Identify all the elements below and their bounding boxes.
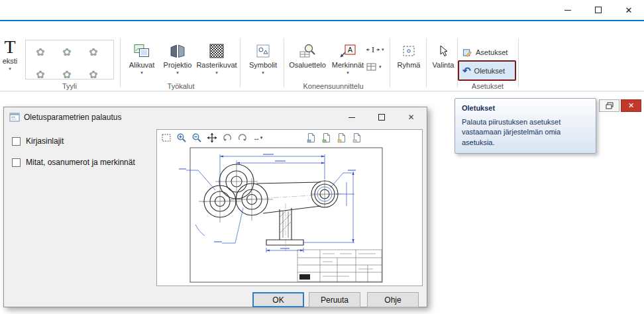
- chevron-down-icon: ▾: [330, 70, 366, 76]
- ok-button[interactable]: OK: [252, 292, 304, 307]
- valinta-label: Valinta: [429, 61, 457, 70]
- asetukset-button[interactable]: Asetukset: [460, 45, 515, 60]
- pan-icon: [207, 132, 217, 143]
- rasterikuvat-label: Rasterikuvat: [196, 61, 237, 70]
- merkinnat-label: Merkinnät: [330, 61, 366, 70]
- page-icon: [337, 132, 347, 143]
- style-swatch[interactable]: ✿: [60, 68, 74, 79]
- document-window-controls: ✕: [599, 99, 641, 112]
- page-tool-3-button[interactable]: [336, 132, 348, 144]
- dialog-caption-buttons: ✕: [337, 108, 426, 127]
- tooltip-body: Palauta piirustuksen asetukset vastaamaa…: [462, 117, 581, 148]
- annotation-icon: A: [330, 41, 366, 61]
- page-icon: [321, 132, 332, 143]
- close-icon: ✕: [628, 101, 634, 110]
- chevron-down-icon: ▾: [245, 70, 281, 76]
- page-tool-4-button[interactable]: [351, 132, 363, 144]
- group-separator: [426, 38, 427, 87]
- group-label-asetukset: Asetukset: [457, 82, 518, 90]
- chevron-down-icon: ▾: [382, 47, 384, 52]
- previous-view-button[interactable]: [221, 132, 233, 144]
- page-tool-2-button[interactable]: [321, 132, 333, 144]
- document-restore-button[interactable]: [599, 99, 619, 112]
- merkinnat-button[interactable]: A Merkinnät ▾: [330, 41, 366, 76]
- zoom-in-button[interactable]: [176, 132, 188, 144]
- tooltip-title: Oletukset: [462, 104, 589, 112]
- style-swatch[interactable]: ✿: [60, 46, 74, 58]
- style-gallery[interactable]: ✿ ✿ ✿ ✿ ✿ ✿: [25, 40, 114, 79]
- chevron-down-icon: ▾: [0, 66, 20, 72]
- projektio-button[interactable]: Projektio ▾: [160, 41, 195, 76]
- rotate-left-icon: [222, 132, 233, 143]
- page-tool-1-button[interactable]: [305, 132, 317, 144]
- symbolit-button[interactable]: Symbolit ▾: [245, 41, 281, 76]
- group-separator: [390, 38, 390, 87]
- cancel-button[interactable]: Peruuta: [309, 292, 360, 307]
- annotation-letter: A: [348, 46, 353, 54]
- projection-icon: [160, 41, 195, 61]
- checkbox-kirjasinlajit[interactable]: Kirjasinlajit: [12, 136, 64, 146]
- marquee-select-button[interactable]: [160, 132, 172, 144]
- ribbon: T eksti ▾ ✿ ✿ ✿ ✿ ✿ ✿ Alikuvat ▾: [0, 21, 644, 91]
- maximize-button[interactable]: [583, 0, 614, 20]
- dialog-titlebar[interactable]: Oletusparametrien palautus ✕: [4, 107, 427, 127]
- next-view-button[interactable]: [237, 132, 248, 144]
- dialog-maximize-button[interactable]: [366, 108, 396, 127]
- window-titlebar[interactable]: ✕: [0, 0, 644, 20]
- rasterikuvat-button[interactable]: Rasterikuvat ▾: [196, 41, 237, 76]
- text-spacing-button[interactable]: I ▾: [366, 45, 384, 54]
- osaluettelo-label: Osaluettelo: [288, 61, 327, 70]
- style-swatch[interactable]: ✿: [34, 68, 47, 79]
- close-button[interactable]: ✕: [614, 0, 644, 20]
- valinta-button[interactable]: Valinta: [429, 41, 457, 70]
- checkbox-mitat[interactable]: Mitat, osanumerot ja merkinnät: [12, 158, 135, 167]
- maximize-icon: [595, 7, 602, 13]
- group-separator: [120, 38, 121, 87]
- chevron-down-icon: ▾: [196, 70, 237, 76]
- dialog-close-button[interactable]: ✕: [396, 108, 426, 127]
- checkbox-box[interactable]: [12, 158, 21, 167]
- group-label-tyyli: Tyyli: [25, 82, 114, 90]
- dialog-title: Oletusparametrien palautus: [24, 113, 121, 122]
- style-swatch[interactable]: ✿: [87, 68, 100, 79]
- arrow-left-right-icon: ↔: [253, 134, 260, 142]
- app-window: ✕ ? T eksti ▾ ✿ ✿ ✿ ✿ ✿ ✿: [0, 0, 644, 314]
- teksti-label: eksti: [0, 57, 20, 66]
- zoom-out-button[interactable]: [191, 132, 203, 144]
- cancel-label: Peruuta: [321, 295, 349, 305]
- oletukset-button[interactable]: ↶ Oletukset: [458, 60, 516, 81]
- chevron-down-icon: ▾: [260, 135, 263, 140]
- checkbox-label: Mitat, osanumerot ja merkinnät: [26, 158, 135, 167]
- oletukset-tooltip: Oletukset Palauta piirustuksen asetukset…: [455, 98, 596, 154]
- alikuvat-button[interactable]: Alikuvat ▾: [125, 41, 159, 76]
- subpictures-icon: [125, 41, 159, 61]
- group-separator: [518, 38, 519, 87]
- group-label-koneensuunnittelu: Koneensuunnittelu: [284, 82, 383, 90]
- projektio-label: Projektio: [160, 61, 195, 70]
- page-icon: [352, 132, 362, 143]
- help-button-dialog[interactable]: Ohje: [367, 292, 419, 307]
- asetukset-label: Asetukset: [476, 48, 508, 56]
- table-tool-icon: [366, 62, 378, 72]
- close-icon: ✕: [407, 113, 414, 122]
- osaluettelo-button[interactable]: Osaluettelo: [288, 41, 327, 70]
- parts-list-icon: [288, 41, 327, 61]
- document-close-button[interactable]: ✕: [621, 99, 641, 112]
- minimize-button[interactable]: [553, 0, 583, 20]
- dialog-minimize-button[interactable]: [337, 108, 366, 127]
- symbols-icon: [245, 41, 281, 61]
- drawing-preview-panel: ↔▾: [156, 129, 423, 286]
- pan-button[interactable]: [206, 132, 218, 144]
- table-tool-button[interactable]: ▾: [366, 62, 382, 72]
- teksti-button[interactable]: T eksti ▾: [0, 37, 20, 72]
- group-separator: [284, 38, 284, 87]
- pan-horizontal-button[interactable]: ↔▾: [252, 132, 264, 144]
- chevron-down-icon: ▾: [125, 70, 159, 76]
- oletusparametrien-palautus-dialog: Oletusparametrien palautus ✕ Kirjasinlaj…: [3, 107, 427, 307]
- style-swatch[interactable]: ✿: [87, 46, 100, 58]
- checkbox-box[interactable]: [12, 137, 21, 146]
- oletukset-label: Oletukset: [474, 67, 505, 75]
- style-swatch[interactable]: ✿: [34, 46, 47, 58]
- group-selection-icon: [394, 41, 424, 61]
- ryhma-button[interactable]: Ryhmä: [394, 41, 424, 70]
